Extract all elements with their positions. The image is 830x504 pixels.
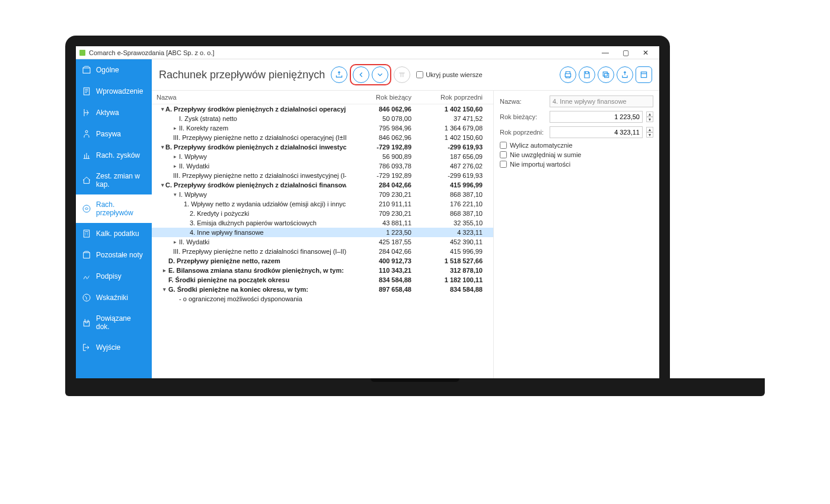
table-row[interactable]: ▸E. Bilansowa zmiana stanu środków pieni…	[152, 266, 493, 275]
table-row[interactable]: ▸II. Wydatki425 187,55452 390,11	[152, 237, 493, 247]
sidebar-item-rach-przeplywow[interactable]: Rach. przepływów	[76, 194, 152, 223]
row-name: C. Przepływy środków pieniężnych z dział…	[165, 181, 346, 189]
copy-button[interactable]	[598, 66, 614, 83]
exclude-sum-checkbox[interactable]: Nie uwzględniaj w sumie	[500, 151, 653, 158]
py-spinner[interactable]: ▲▼	[646, 127, 653, 138]
table-row[interactable]: I. Zysk (strata) netto50 078,0037 471,52	[152, 114, 493, 123]
expand-icon[interactable]: ▸	[172, 125, 178, 131]
table-row[interactable]: ▾G. Środki pieniężne na koniec okresu, w…	[152, 285, 493, 294]
row-cy: 786 093,78	[346, 162, 417, 170]
sidebar-item-label: Podpisy	[96, 272, 122, 280]
prop-cy-field[interactable]	[550, 111, 643, 123]
rach-przeplywow-icon	[82, 204, 91, 213]
sidebar-item-zest-zmian[interactable]: Zest. zmian w kap.	[76, 166, 152, 194]
sidebar-item-label: Ogólne	[96, 66, 119, 74]
sidebar-item-wskazniki[interactable]: Wskaźniki	[76, 287, 152, 308]
sidebar-item-label: Zest. zmian w kap.	[96, 172, 146, 189]
row-py: 1 402 150,60	[417, 106, 489, 113]
sidebar-item-kalk-podatku[interactable]: Kalk. podatku	[76, 223, 152, 244]
sidebar-item-wprowadzenie[interactable]: Wprowadzenie	[76, 81, 152, 102]
table-row[interactable]: - o ograniczonej możliwości dysponowania	[152, 294, 493, 304]
expand-icon[interactable]: ▸	[161, 267, 167, 273]
table-row[interactable]: III. Przepływy pieniężne netto z działal…	[152, 133, 493, 142]
row-py: 834 584,88	[417, 286, 489, 293]
export-button[interactable]	[331, 66, 347, 83]
prop-py-field[interactable]	[550, 126, 643, 138]
sidebar-item-wyjscie[interactable]: Wyjście	[76, 337, 152, 358]
row-py: 32 355,10	[417, 219, 489, 227]
highlighted-nav-buttons	[350, 64, 391, 85]
close-button[interactable]: ✕	[636, 49, 656, 57]
col-current-year: Rok bieżący	[346, 94, 417, 101]
print-button[interactable]	[560, 66, 576, 83]
layout-button[interactable]	[636, 66, 652, 83]
expand-icon[interactable]: ▾	[161, 286, 167, 292]
sidebar-item-rach-zyskow[interactable]: Rach. zysków	[76, 145, 152, 166]
prop-cy-label: Rok bieżący:	[500, 113, 546, 120]
prop-py-label: Rok poprzedni:	[500, 129, 546, 136]
sidebar-item-pasywa[interactable]: Pasywa	[76, 123, 152, 145]
expand-icon[interactable]: ▾	[161, 144, 164, 150]
svg-rect-8	[603, 72, 607, 76]
row-py: 415 996,99	[417, 248, 489, 255]
table-row[interactable]: III. Przepływy pieniężne netto z działal…	[152, 247, 493, 256]
maximize-button[interactable]: ▢	[615, 49, 636, 57]
no-import-checkbox[interactable]: Nie importuj wartości	[500, 161, 653, 168]
row-cy: 284 042,66	[346, 248, 417, 255]
cashflow-grid[interactable]: Nazwa Rok bieżący Rok poprzedni ▾A. Prze…	[152, 91, 493, 378]
row-cy: 400 912,73	[346, 257, 417, 264]
expand-icon[interactable]: ▾	[161, 182, 164, 188]
table-row[interactable]: ▸II. Wydatki786 093,78487 276,02	[152, 161, 493, 171]
sidebar: OgólneWprowadzenieAktywaPasywaRach. zysk…	[76, 59, 152, 378]
table-row[interactable]: F. Środki pieniężne na początek okresu83…	[152, 275, 493, 285]
row-name: II. Korekty razem	[179, 125, 228, 132]
table-row[interactable]: ▸II. Korekty razem795 984,961 364 679,08	[152, 123, 493, 133]
table-row[interactable]: ▾I. Wpływy709 230,21868 387,10	[152, 190, 493, 199]
col-name: Nazwa	[157, 94, 346, 101]
minimize-button[interactable]: —	[595, 49, 615, 57]
down-button[interactable]	[372, 66, 388, 83]
table-row[interactable]: 4. Inne wpływy finansowe1 223,504 323,11	[152, 228, 493, 237]
row-py: 487 276,02	[417, 162, 489, 170]
powiazane-dok-icon	[82, 318, 91, 327]
row-name: D. Przepływy pieniężne netto, razem	[168, 257, 280, 264]
table-row[interactable]: D. Przepływy pieniężne netto, razem400 9…	[152, 256, 493, 266]
expand-icon[interactable]: ▾	[161, 106, 164, 112]
prop-name-field	[550, 95, 653, 107]
table-row[interactable]: 3. Emisja dłużnych papierów wartościowyc…	[152, 218, 493, 228]
sidebar-item-podpisy[interactable]: Podpisy	[76, 266, 152, 287]
row-cy: 709 230,21	[346, 210, 417, 217]
sidebar-item-powiazane-dok[interactable]: Powiązane dok.	[76, 308, 152, 337]
table-row[interactable]: 2. Kredyty i pożyczki709 230,21868 387,1…	[152, 209, 493, 218]
row-py: -299 619,93	[417, 172, 489, 179]
table-row[interactable]: 1. Wpływy netto z wydania udziałów (emis…	[152, 199, 493, 209]
row-py: 176 221,10	[417, 200, 489, 208]
save-button[interactable]	[579, 66, 595, 83]
expand-icon[interactable]: ▸	[172, 154, 178, 160]
table-row[interactable]: ▾A. Przepływy środków pieniężnych z dzia…	[152, 104, 493, 114]
ogolne-icon	[82, 65, 91, 75]
row-cy: 210 911,11	[346, 200, 417, 208]
table-row[interactable]: ▾B. Przepływy środków pieniężnych z dzia…	[152, 142, 493, 152]
sidebar-item-aktywa[interactable]: Aktywa	[76, 102, 152, 123]
row-py: 452 390,11	[417, 238, 489, 245]
cy-spinner[interactable]: ▲▼	[646, 111, 653, 122]
delete-button	[394, 66, 410, 83]
table-row[interactable]: ▾C. Przepływy środków pieniężnych z dzia…	[152, 180, 493, 190]
titlebar: Comarch e-Sprawozdania [ABC Sp. z o. o.]…	[76, 46, 659, 59]
row-name: III. Przepływy pieniężne netto z działal…	[173, 172, 346, 179]
sidebar-item-label: Kalk. podatku	[96, 229, 139, 238]
expand-icon[interactable]: ▸	[172, 163, 178, 169]
auto-calc-checkbox[interactable]: Wylicz automatycznie	[500, 142, 653, 149]
hide-empty-checkbox[interactable]: Ukryj puste wiersze	[416, 71, 482, 78]
sidebar-item-pozostale-noty[interactable]: Pozostałe noty	[76, 244, 152, 266]
table-row[interactable]: ▸I. Wpływy56 900,89187 656,09	[152, 152, 493, 161]
row-name: B. Przepływy środków pieniężnych z dział…	[165, 143, 346, 151]
share-button[interactable]	[617, 66, 633, 83]
table-row[interactable]: III. Przepływy pieniężne netto z działal…	[152, 171, 493, 180]
sidebar-item-ogolne[interactable]: Ogólne	[76, 59, 152, 81]
row-name: III. Przepływy pieniężne netto z działal…	[173, 248, 346, 255]
expand-icon[interactable]: ▾	[172, 192, 178, 197]
expand-icon[interactable]: ▸	[172, 239, 178, 245]
prev-button[interactable]	[353, 66, 369, 83]
